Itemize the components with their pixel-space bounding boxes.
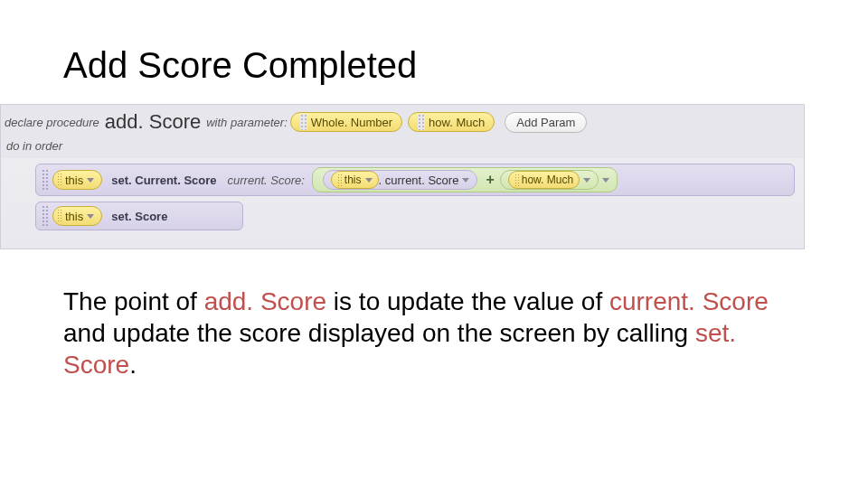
operand-chip[interactable]: how. Much: [500, 170, 599, 190]
parameter-type-chip: Whole. Number: [290, 112, 402, 132]
slide-title: Add Score Completed: [63, 45, 805, 86]
inner-this-chip[interactable]: this: [331, 171, 379, 189]
argument-label: current. Score:: [228, 174, 305, 187]
procedure-name: add. Score: [105, 110, 201, 134]
parameter-name-chip: how. Much: [408, 112, 495, 132]
declare-keyword: declare procedure: [5, 116, 99, 129]
dropdown-icon: [583, 178, 590, 183]
statement-1: this set. Current. Score current. Score:…: [35, 164, 795, 196]
code-ref-currentscore: current. Score: [609, 287, 769, 315]
slide-description: The point of add. Score is to update the…: [63, 286, 787, 380]
dropdown-icon: [365, 178, 373, 183]
add-parameter-button[interactable]: Add Param: [505, 112, 587, 133]
expression-box[interactable]: this . current. Score + how. Much: [312, 167, 618, 192]
code-ref-addscore: add. Score: [204, 287, 326, 315]
dropdown-icon: [87, 178, 94, 183]
property-name: . current. Score: [379, 174, 459, 187]
procedure-declaration-row: declare procedure add. Score with parame…: [1, 105, 804, 137]
set-score-tile[interactable]: this set. Score: [35, 202, 243, 230]
drag-handle-icon[interactable]: [42, 169, 49, 191]
method-name: set. Current. Score: [111, 174, 216, 187]
drag-handle-icon[interactable]: [42, 205, 49, 227]
this-chip[interactable]: this: [52, 170, 102, 190]
set-current-score-tile[interactable]: this set. Current. Score current. Score:…: [35, 164, 795, 196]
with-parameter-label: with parameter:: [206, 116, 288, 129]
property-access-chip[interactable]: this . current. Score: [323, 170, 478, 190]
do-in-order-label: do in order: [1, 137, 804, 158]
dropdown-icon: [602, 178, 609, 183]
dropdown-icon: [87, 214, 94, 219]
statement-2: this set. Score: [35, 202, 795, 230]
code-editor-image: declare procedure add. Score with parame…: [0, 104, 805, 249]
dropdown-icon: [462, 178, 469, 183]
plus-operator: +: [486, 172, 494, 188]
this-chip[interactable]: this: [52, 206, 102, 226]
method-name: set. Score: [111, 210, 167, 223]
